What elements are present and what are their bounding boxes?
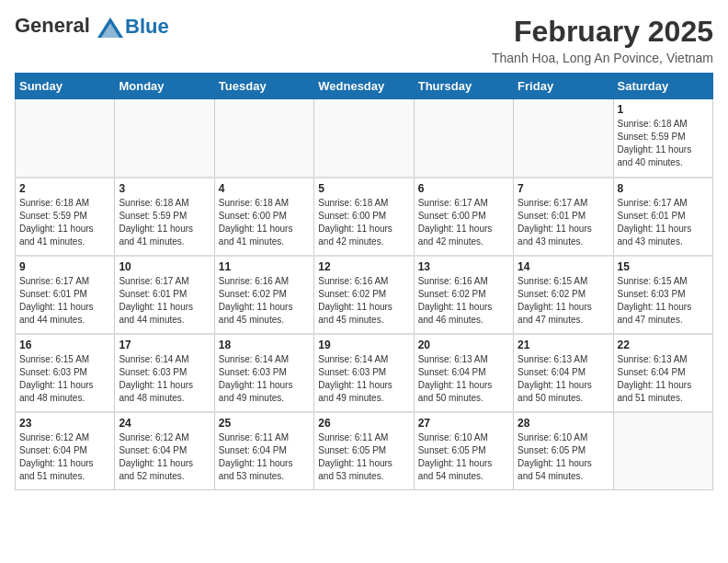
- table-row: 23Sunrise: 6:12 AMSunset: 6:04 PMDayligh…: [16, 412, 115, 490]
- day-info: Sunrise: 6:13 AMSunset: 6:04 PMDaylight:…: [418, 353, 509, 405]
- header-sunday: Sunday: [16, 74, 115, 99]
- day-number: 10: [119, 260, 210, 273]
- table-row: 24Sunrise: 6:12 AMSunset: 6:04 PMDayligh…: [115, 412, 214, 490]
- day-number: 3: [119, 182, 210, 195]
- day-info: Sunrise: 6:17 AMSunset: 6:01 PMDaylight:…: [119, 275, 210, 327]
- day-info: Sunrise: 6:11 AMSunset: 6:04 PMDaylight:…: [219, 431, 310, 483]
- table-row: 10Sunrise: 6:17 AMSunset: 6:01 PMDayligh…: [115, 256, 214, 334]
- calendar-week-row: 16Sunrise: 6:15 AMSunset: 6:03 PMDayligh…: [16, 334, 713, 412]
- day-number: 2: [19, 182, 110, 195]
- day-number: 21: [518, 339, 609, 351]
- day-info: Sunrise: 6:15 AMSunset: 6:03 PMDaylight:…: [19, 353, 110, 405]
- table-row: [214, 99, 313, 178]
- header-monday: Monday: [115, 74, 214, 99]
- table-row: 22Sunrise: 6:13 AMSunset: 6:04 PMDayligh…: [613, 334, 712, 412]
- calendar-table: Sunday Monday Tuesday Wednesday Thursday…: [15, 73, 713, 490]
- day-info: Sunrise: 6:18 AMSunset: 6:00 PMDaylight:…: [219, 197, 310, 248]
- table-row: 15Sunrise: 6:15 AMSunset: 6:03 PMDayligh…: [613, 256, 712, 334]
- table-row: 1Sunrise: 6:18 AMSunset: 5:59 PMDaylight…: [613, 99, 712, 178]
- table-row: [314, 99, 414, 178]
- logo-icon: [97, 17, 123, 39]
- table-row: [613, 412, 712, 490]
- day-info: Sunrise: 6:13 AMSunset: 6:04 PMDaylight:…: [518, 353, 609, 405]
- day-info: Sunrise: 6:16 AMSunset: 6:02 PMDaylight:…: [318, 275, 409, 327]
- day-info: Sunrise: 6:18 AMSunset: 5:59 PMDaylight:…: [618, 118, 709, 169]
- day-info: Sunrise: 6:14 AMSunset: 6:03 PMDaylight:…: [119, 353, 210, 405]
- header-saturday: Saturday: [613, 74, 712, 99]
- table-row: 26Sunrise: 6:11 AMSunset: 6:05 PMDayligh…: [314, 412, 414, 490]
- day-number: 17: [119, 339, 210, 351]
- calendar-header-row: Sunday Monday Tuesday Wednesday Thursday…: [16, 74, 713, 99]
- day-number: 12: [318, 260, 409, 273]
- table-row: 21Sunrise: 6:13 AMSunset: 6:04 PMDayligh…: [514, 334, 613, 412]
- day-info: Sunrise: 6:16 AMSunset: 6:02 PMDaylight:…: [418, 275, 509, 327]
- day-number: 7: [518, 182, 609, 195]
- page-title: February 2025: [492, 15, 713, 49]
- day-info: Sunrise: 6:12 AMSunset: 6:04 PMDaylight:…: [119, 431, 210, 483]
- table-row: 9Sunrise: 6:17 AMSunset: 6:01 PMDaylight…: [16, 256, 115, 334]
- header-tuesday: Tuesday: [214, 74, 313, 99]
- day-number: 23: [19, 417, 110, 430]
- day-info: Sunrise: 6:14 AMSunset: 6:03 PMDaylight:…: [219, 353, 310, 405]
- title-section: February 2025 Thanh Hoa, Long An Povince…: [492, 15, 713, 65]
- table-row: 6Sunrise: 6:17 AMSunset: 6:00 PMDaylight…: [414, 178, 513, 256]
- day-number: 8: [618, 182, 709, 195]
- day-number: 22: [618, 339, 709, 351]
- day-info: Sunrise: 6:15 AMSunset: 6:03 PMDaylight:…: [618, 275, 709, 327]
- table-row: 4Sunrise: 6:18 AMSunset: 6:00 PMDaylight…: [214, 178, 313, 256]
- day-info: Sunrise: 6:16 AMSunset: 6:02 PMDaylight:…: [219, 275, 310, 327]
- day-number: 15: [618, 260, 709, 273]
- day-info: Sunrise: 6:15 AMSunset: 6:02 PMDaylight:…: [518, 275, 609, 327]
- table-row: 7Sunrise: 6:17 AMSunset: 6:01 PMDaylight…: [514, 178, 613, 256]
- day-info: Sunrise: 6:13 AMSunset: 6:04 PMDaylight:…: [618, 353, 709, 405]
- header-friday: Friday: [514, 74, 613, 99]
- calendar-week-row: 23Sunrise: 6:12 AMSunset: 6:04 PMDayligh…: [16, 412, 713, 490]
- day-number: 6: [418, 182, 509, 195]
- day-info: Sunrise: 6:14 AMSunset: 6:03 PMDaylight:…: [318, 353, 409, 405]
- table-row: 16Sunrise: 6:15 AMSunset: 6:03 PMDayligh…: [16, 334, 115, 412]
- day-info: Sunrise: 6:17 AMSunset: 6:01 PMDaylight:…: [618, 197, 709, 248]
- table-row: 27Sunrise: 6:10 AMSunset: 6:05 PMDayligh…: [414, 412, 513, 490]
- day-info: Sunrise: 6:18 AMSunset: 6:00 PMDaylight:…: [318, 197, 409, 248]
- day-number: 18: [219, 339, 310, 351]
- day-number: 25: [219, 417, 310, 430]
- logo-general: General: [15, 14, 90, 37]
- day-info: Sunrise: 6:17 AMSunset: 6:01 PMDaylight:…: [518, 197, 609, 248]
- day-number: 11: [219, 260, 310, 273]
- day-number: 19: [318, 339, 409, 351]
- day-info: Sunrise: 6:17 AMSunset: 6:01 PMDaylight:…: [19, 275, 110, 327]
- day-number: 27: [418, 417, 509, 430]
- day-info: Sunrise: 6:18 AMSunset: 5:59 PMDaylight:…: [19, 197, 110, 248]
- table-row: 11Sunrise: 6:16 AMSunset: 6:02 PMDayligh…: [214, 256, 313, 334]
- day-number: 28: [518, 417, 609, 430]
- logo-blue: Blue: [125, 15, 169, 39]
- table-row: 5Sunrise: 6:18 AMSunset: 6:00 PMDaylight…: [314, 178, 414, 256]
- day-number: 26: [318, 417, 409, 430]
- day-info: Sunrise: 6:10 AMSunset: 6:05 PMDaylight:…: [418, 431, 509, 483]
- day-info: Sunrise: 6:10 AMSunset: 6:05 PMDaylight:…: [518, 431, 609, 483]
- table-row: 25Sunrise: 6:11 AMSunset: 6:04 PMDayligh…: [214, 412, 313, 490]
- day-number: 4: [219, 182, 310, 195]
- calendar-week-row: 2Sunrise: 6:18 AMSunset: 5:59 PMDaylight…: [16, 178, 713, 256]
- day-info: Sunrise: 6:17 AMSunset: 6:00 PMDaylight:…: [418, 197, 509, 248]
- day-number: 9: [19, 260, 110, 273]
- table-row: 8Sunrise: 6:17 AMSunset: 6:01 PMDaylight…: [613, 178, 712, 256]
- day-number: 20: [418, 339, 509, 351]
- day-number: 5: [318, 182, 409, 195]
- header-wednesday: Wednesday: [314, 74, 414, 99]
- table-row: 20Sunrise: 6:13 AMSunset: 6:04 PMDayligh…: [414, 334, 513, 412]
- day-info: Sunrise: 6:18 AMSunset: 5:59 PMDaylight:…: [119, 197, 210, 248]
- table-row: 17Sunrise: 6:14 AMSunset: 6:03 PMDayligh…: [115, 334, 214, 412]
- day-number: 1: [618, 103, 709, 116]
- table-row: 18Sunrise: 6:14 AMSunset: 6:03 PMDayligh…: [214, 334, 313, 412]
- table-row: [115, 99, 214, 178]
- table-row: [514, 99, 613, 178]
- table-row: 13Sunrise: 6:16 AMSunset: 6:02 PMDayligh…: [414, 256, 513, 334]
- header-thursday: Thursday: [414, 74, 513, 99]
- calendar-week-row: 9Sunrise: 6:17 AMSunset: 6:01 PMDaylight…: [16, 256, 713, 334]
- table-row: 14Sunrise: 6:15 AMSunset: 6:02 PMDayligh…: [514, 256, 613, 334]
- table-row: 19Sunrise: 6:14 AMSunset: 6:03 PMDayligh…: [314, 334, 414, 412]
- day-number: 14: [518, 260, 609, 273]
- page-subtitle: Thanh Hoa, Long An Povince, Vietnam: [492, 51, 713, 65]
- table-row: 12Sunrise: 6:16 AMSunset: 6:02 PMDayligh…: [314, 256, 414, 334]
